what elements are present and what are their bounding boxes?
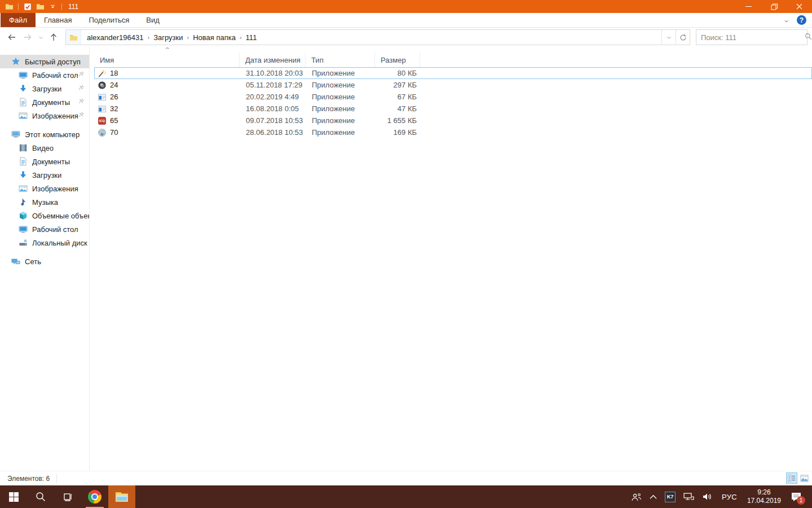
sidebar-item-загрузки[interactable]: Загрузки <box>0 168 89 182</box>
explorer-app-icon[interactable] <box>4 2 14 12</box>
sidebar-item-label: Сеть <box>25 257 41 266</box>
sidebar-item-изображения[interactable]: Изображения <box>0 182 89 195</box>
sidebar-item-label: Рабочий стол <box>32 71 78 80</box>
items-count: Элементов: 6 <box>0 475 50 483</box>
pin-icon <box>78 84 85 93</box>
start-button[interactable] <box>0 485 27 508</box>
separator <box>18 3 19 10</box>
clock[interactable]: 9:26 17.04.2019 <box>742 488 786 505</box>
task-view-button[interactable] <box>54 485 81 508</box>
winapp-file-icon <box>98 93 107 102</box>
close-button[interactable] <box>787 0 812 13</box>
ribbon-tab-Файл[interactable]: Файл <box>1 13 36 27</box>
minimize-button[interactable] <box>736 0 761 13</box>
file-row-24[interactable]: 2405.11.2018 17:29Приложение297 КБ <box>94 79 812 91</box>
system-tray: K7 РУС 9:26 17.04.2019 1 <box>627 485 812 508</box>
sidebar-item-изображения[interactable]: Изображения <box>0 109 89 122</box>
sidebar-item-label: Документы <box>32 98 70 107</box>
refresh-button[interactable] <box>676 30 690 45</box>
help-icon[interactable]: ? <box>797 15 806 25</box>
column-header-size[interactable]: Размер <box>375 52 420 67</box>
sidebar-item-рабочий-стол[interactable]: Рабочий стол <box>0 68 89 82</box>
hidden-icons-button[interactable] <box>646 485 661 508</box>
sidebar-item-документы[interactable]: Документы <box>0 155 89 168</box>
pin-icon <box>78 71 85 79</box>
sidebar-item-сеть[interactable]: Сеть <box>0 255 89 268</box>
file-row-18[interactable]: 1831.10.2018 20:03Приложение80 КБ <box>94 67 812 79</box>
recent-locations-button[interactable] <box>36 30 45 44</box>
ribbon-tab-Вид[interactable]: Вид <box>138 13 168 27</box>
ribbon-tab-Главная[interactable]: Главная <box>36 13 80 27</box>
file-row-70[interactable]: 7028.06.2018 10:53Приложение169 КБ <box>94 126 812 138</box>
documents-icon <box>19 157 28 166</box>
sidebar-item-локальный-диск-c-[interactable]: Локальный диск (C:) <box>0 236 89 249</box>
explorer-taskbar-button[interactable] <box>108 485 135 508</box>
breadcrumb-separator-icon[interactable]: › <box>145 34 151 41</box>
breadcrumb-item[interactable]: alexander196431 <box>85 33 145 42</box>
expand-ribbon-icon[interactable]: ⌄ <box>783 16 790 24</box>
file-size: 1 655 КБ <box>376 116 421 125</box>
svg-text:ICQ: ICQ <box>99 119 105 122</box>
file-size: 47 КБ <box>376 104 421 113</box>
sidebar-item-этот-компьютер[interactable]: Этот компьютер <box>0 128 89 141</box>
address-dropdown-button[interactable] <box>661 30 676 45</box>
details-view-button[interactable] <box>786 472 797 484</box>
sidebar-item-документы[interactable]: Документы <box>0 95 89 109</box>
taskbar-search-button[interactable] <box>27 485 54 508</box>
sidebar-item-label: Загрузки <box>32 171 61 179</box>
music-icon <box>19 198 28 207</box>
sidebar-item-объемные-объекты[interactable]: Объемные объекты <box>0 209 89 222</box>
chrome-taskbar-button[interactable] <box>81 485 108 508</box>
back-button[interactable] <box>5 30 19 44</box>
volume-tray-button[interactable] <box>698 485 717 508</box>
antivirus-tray-button[interactable]: K7 <box>661 485 679 508</box>
file-name-cell: 70 <box>95 128 240 137</box>
file-name-cell: 18 <box>95 69 240 78</box>
address-bar[interactable]: alexander196431›Загрузки›Новая папка›111 <box>65 29 690 45</box>
sidebar-item-быстрый-доступ[interactable]: Быстрый доступ <box>0 55 89 68</box>
file-row-65[interactable]: ICQ6509.07.2018 10:53Приложение1 655 КБ <box>94 115 812 126</box>
explorer-window: 111 ФайлГлавнаяПоделитьсяВид ⌄ ? <box>0 0 812 485</box>
file-row-26[interactable]: 2620.02.2019 4:49Приложение67 КБ <box>94 91 812 103</box>
downloads-icon <box>19 170 28 179</box>
column-header-name[interactable]: Имя <box>94 52 240 67</box>
forward-button[interactable] <box>20 30 35 44</box>
back-arrow-icon <box>7 33 16 42</box>
search-icon[interactable] <box>805 33 812 42</box>
chevron-down-icon <box>667 35 672 40</box>
file-date: 05.11.2018 17:29 <box>240 81 306 89</box>
file-name: 24 <box>110 81 118 89</box>
up-button[interactable] <box>46 30 61 44</box>
breadcrumb-item[interactable]: Загрузки <box>151 33 185 42</box>
new-folder-icon <box>36 2 45 11</box>
network-tray-button[interactable] <box>679 485 698 508</box>
sidebar-item-рабочий-стол[interactable]: Рабочий стол <box>0 222 89 236</box>
restore-button[interactable] <box>761 0 787 13</box>
language-indicator[interactable]: РУС <box>717 485 742 508</box>
customize-toolbar-button[interactable] <box>47 2 58 12</box>
breadcrumb-item[interactable]: 111 <box>244 33 259 42</box>
column-header-date[interactable]: Дата изменения <box>240 52 306 67</box>
ribbon-tab-Поделиться[interactable]: Поделиться <box>80 13 138 27</box>
breadcrumb-separator-icon[interactable]: › <box>238 34 244 41</box>
title-bar: 111 <box>0 0 812 13</box>
sidebar-item-label: Локальный диск (C:) <box>32 239 89 247</box>
column-header-type[interactable]: Тип <box>306 52 375 67</box>
sidebar-item-музыка[interactable]: Музыка <box>0 195 89 209</box>
search-input[interactable] <box>696 33 805 42</box>
properties-button[interactable] <box>23 2 33 12</box>
file-row-32[interactable]: 3216.08.2018 0:05Приложение47 КБ <box>94 103 812 115</box>
new-folder-button[interactable] <box>35 2 45 12</box>
action-center-button[interactable]: 1 <box>786 485 809 508</box>
sidebar-item-загрузки[interactable]: Загрузки <box>0 82 89 95</box>
breadcrumb-separator-icon[interactable]: › <box>185 34 191 41</box>
speaker-icon <box>702 492 713 501</box>
people-button[interactable] <box>627 485 646 508</box>
navigation-bar: alexander196431›Загрузки›Новая папка›111 <box>0 28 812 47</box>
sidebar-item-видео[interactable]: Видео <box>0 141 89 155</box>
network-icon <box>683 492 694 501</box>
clock-date: 17.04.2019 <box>747 497 781 505</box>
file-name: 65 <box>110 116 118 125</box>
breadcrumb-item[interactable]: Новая папка <box>191 33 238 42</box>
large-icons-view-button[interactable] <box>798 472 810 484</box>
